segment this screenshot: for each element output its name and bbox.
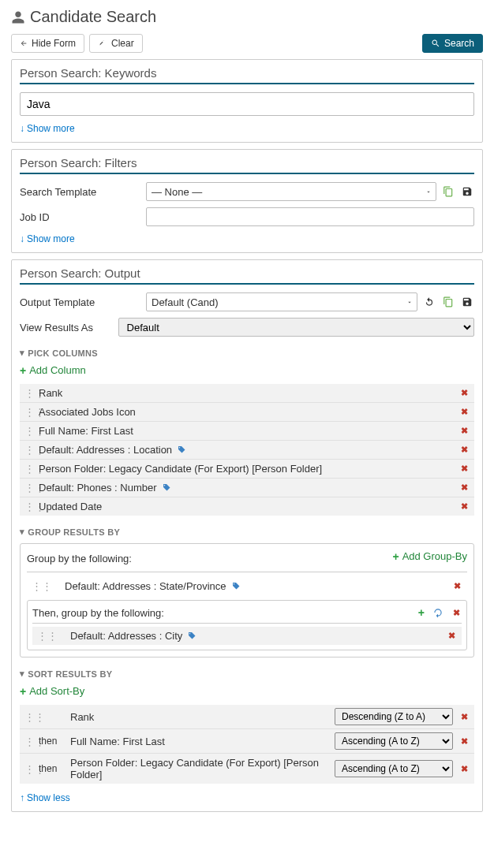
group-results-title: GROUP RESULTS BY xyxy=(28,527,120,537)
drag-handle-icon[interactable]: ⋮⋮ xyxy=(24,425,32,437)
arrow-down-icon: ↓ xyxy=(20,233,24,244)
add-group-by-label: Add Group-By xyxy=(402,550,467,562)
search-label: Search xyxy=(444,38,474,49)
drag-handle-icon[interactable]: ⋮⋮ xyxy=(24,711,32,723)
add-column-button[interactable]: + Add Column xyxy=(20,364,86,376)
pick-columns-header[interactable]: ▾ PICK COLUMNS xyxy=(20,348,474,358)
drag-handle-icon[interactable]: ⋮⋮ xyxy=(24,387,32,399)
then-group-by-row: ⋮⋮ Default: Addresses : City ✖ xyxy=(32,627,462,645)
column-row: ⋮⋮Default: Phones : Number ✖ xyxy=(20,478,474,497)
group-by-box: Group by the following: + Add Group-By ⋮… xyxy=(20,543,474,658)
filters-panel: Person Search: Filters Search Template —… xyxy=(11,149,483,253)
job-id-label: Job ID xyxy=(20,211,146,223)
then-group-by-box: Then, group by the following: + ✖ ⋮⋮ Def… xyxy=(27,600,467,650)
output-template-label: Output Template xyxy=(20,296,146,308)
filters-show-more[interactable]: ↓ Show more xyxy=(20,233,75,244)
remove-column-button[interactable]: ✖ xyxy=(459,388,470,398)
group-results-header[interactable]: ▾ GROUP RESULTS BY xyxy=(20,527,474,537)
caret-down-icon: ▾ xyxy=(20,527,24,537)
group-by-row: ⋮⋮ Default: Addresses : State/Province ✖ xyxy=(27,577,467,595)
column-row: ⋮⋮Updated Date✖ xyxy=(20,497,474,516)
output-panel-title: Person Search: Output xyxy=(20,266,474,285)
view-results-select[interactable]: Default xyxy=(118,318,474,337)
person-icon xyxy=(11,10,25,24)
sort-table: ⋮⋮RankDescending (Z to A)✖⋮⋮thenFull Nam… xyxy=(20,705,474,784)
sort-direction-select[interactable]: Descending (Z to A) xyxy=(335,708,453,725)
remove-group-by-button[interactable]: ✖ xyxy=(452,581,462,591)
clear-button[interactable]: Clear xyxy=(89,34,143,53)
tag-icon xyxy=(162,483,171,493)
column-row: ⋮⋮Default: Addresses : Location ✖ xyxy=(20,440,474,459)
remove-sort-button[interactable]: ✖ xyxy=(459,764,470,774)
remove-sort-button[interactable]: ✖ xyxy=(459,712,470,722)
tag-icon xyxy=(187,631,196,641)
pick-columns-title: PICK COLUMNS xyxy=(28,348,98,358)
job-id-input[interactable] xyxy=(146,207,474,226)
search-button[interactable]: Search xyxy=(422,34,483,53)
sort-name: Person Folder: Legacy Candidate (For Exp… xyxy=(70,757,328,780)
column-row: ⋮⋮Associated Jobs Icon✖ xyxy=(20,402,474,421)
group-by-value: Default: Addresses : State/Province xyxy=(65,580,226,592)
drag-handle-icon[interactable]: ⋮⋮ xyxy=(24,482,32,494)
filters-panel-title: Person Search: Filters xyxy=(20,156,474,174)
column-row: ⋮⋮Rank✖ xyxy=(20,384,474,402)
remove-column-button[interactable]: ✖ xyxy=(459,407,470,417)
keywords-panel-title: Person Search: Keywords xyxy=(20,66,474,84)
add-nested-group-icon[interactable]: + xyxy=(418,607,425,618)
remove-nested-box-button[interactable]: ✖ xyxy=(451,608,462,618)
tag-icon xyxy=(231,582,241,591)
drag-handle-icon[interactable]: ⋮⋮ xyxy=(24,763,32,775)
drag-handle-icon[interactable]: ⋮⋮ xyxy=(24,444,32,456)
remove-nested-row-button[interactable]: ✖ xyxy=(447,631,457,641)
keywords-show-more[interactable]: ↓ Show more xyxy=(20,123,75,134)
sort-row: ⋮⋮thenPerson Folder: Legacy Candidate (F… xyxy=(20,753,474,784)
remove-column-button[interactable]: ✖ xyxy=(459,426,470,436)
reset-template-icon[interactable] xyxy=(422,295,436,309)
sort-direction-select[interactable]: Ascending (A to Z) xyxy=(335,732,453,750)
copy-template-icon[interactable] xyxy=(441,184,455,199)
caret-down-icon: ▾ xyxy=(20,348,24,358)
column-label: Default: Addresses : Location xyxy=(39,444,172,456)
keywords-panel: Person Search: Keywords ↓ Show more xyxy=(11,59,483,143)
column-label: Default: Phones : Number xyxy=(39,482,157,494)
output-show-less[interactable]: ↑ Show less xyxy=(20,792,70,803)
refresh-nested-icon[interactable] xyxy=(431,605,445,620)
column-row: ⋮⋮Full Name: First Last✖ xyxy=(20,421,474,440)
remove-column-button[interactable]: ✖ xyxy=(459,464,470,474)
save-template-icon[interactable] xyxy=(460,184,474,199)
clear-label: Clear xyxy=(111,38,134,49)
save-output-template-icon[interactable] xyxy=(460,295,474,309)
copy-output-template-icon[interactable] xyxy=(441,295,455,309)
remove-column-button[interactable]: ✖ xyxy=(459,482,470,493)
hide-form-button[interactable]: Hide Form xyxy=(11,34,84,53)
drag-handle-icon[interactable]: ⋮⋮ xyxy=(24,406,32,418)
remove-sort-button[interactable]: ✖ xyxy=(459,736,470,747)
column-label: Rank xyxy=(39,387,62,399)
column-row: ⋮⋮Person Folder: Legacy Candidate (For E… xyxy=(20,459,474,478)
add-group-by-button[interactable]: + Add Group-By xyxy=(392,550,467,562)
filters-show-more-label: Show more xyxy=(27,233,75,244)
search-template-select[interactable]: — None — xyxy=(146,182,436,201)
sort-results-header[interactable]: ▾ SORT RESULTS BY xyxy=(20,669,474,679)
then-group-by-value: Default: Addresses : City xyxy=(70,630,182,642)
drag-handle-icon[interactable]: ⋮⋮ xyxy=(24,501,32,512)
column-list: ⋮⋮Rank✖⋮⋮Associated Jobs Icon✖⋮⋮Full Nam… xyxy=(20,384,474,516)
output-template-value: Default (Cand) xyxy=(146,292,417,311)
drag-handle-icon[interactable]: ⋮⋮ xyxy=(24,463,32,475)
keywords-input[interactable] xyxy=(20,92,474,116)
drag-handle-icon[interactable]: ⋮⋮ xyxy=(24,736,32,747)
drag-handle-icon[interactable]: ⋮⋮ xyxy=(37,630,45,642)
tag-icon xyxy=(177,445,186,455)
remove-column-button[interactable]: ✖ xyxy=(459,445,470,455)
remove-column-button[interactable]: ✖ xyxy=(459,501,470,512)
arrow-left-icon xyxy=(20,39,28,47)
plus-icon: + xyxy=(392,551,399,562)
output-template-select[interactable]: Default (Cand) xyxy=(146,292,417,311)
keywords-show-more-label: Show more xyxy=(27,123,75,134)
drag-handle-icon[interactable]: ⋮⋮ xyxy=(32,580,39,592)
column-label: Person Folder: Legacy Candidate (For Exp… xyxy=(39,463,322,475)
add-sort-by-button[interactable]: + Add Sort-By xyxy=(20,685,84,697)
sort-direction-select[interactable]: Ascending (A to Z) xyxy=(335,760,453,777)
sort-then-label: then xyxy=(39,736,64,747)
caret-down-icon: ▾ xyxy=(20,669,24,679)
